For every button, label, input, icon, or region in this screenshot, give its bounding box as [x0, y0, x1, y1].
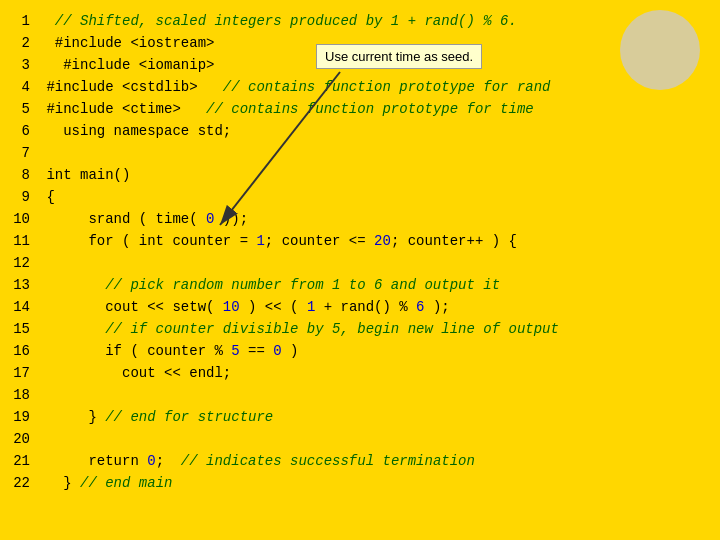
code-line-8: 8 int main(): [10, 164, 720, 186]
code-line-10: 10 srand ( time( 0 ));: [10, 208, 720, 230]
code-line-9: 9 {: [10, 186, 720, 208]
tooltip-box: Use current time as seed.: [316, 44, 482, 69]
line-content-6: using namespace std;: [38, 120, 231, 142]
line-num-20: 20: [10, 428, 38, 450]
line-content-17: cout << endl;: [38, 362, 231, 384]
line-num-19: 19: [10, 406, 38, 428]
code-line-11: 11 for ( int counter = 1; counter <= 20;…: [10, 230, 720, 252]
line-num-21: 21: [10, 450, 38, 472]
line-content-5: #include <ctime> // contains function pr…: [38, 98, 534, 120]
line-content-11: for ( int counter = 1; counter <= 20; co…: [38, 230, 517, 252]
line-content-13: // pick random number from 1 to 6 and ou…: [38, 274, 500, 296]
line-num-17: 17: [10, 362, 38, 384]
code-line-16: 16 if ( counter % 5 == 0 ): [10, 340, 720, 362]
line-num-10: 10: [10, 208, 38, 230]
decorative-circle: [620, 10, 700, 90]
line-content-4: #include <cstdlib> // contains function …: [38, 76, 551, 98]
code-line-13: 13 // pick random number from 1 to 6 and…: [10, 274, 720, 296]
line-content-19: } // end for structure: [38, 406, 273, 428]
line-content-21: return 0; // indicates successful termin…: [38, 450, 475, 472]
line-num-14: 14: [10, 296, 38, 318]
line-num-4: 4: [10, 76, 38, 98]
line-content-16: if ( counter % 5 == 0 ): [38, 340, 298, 362]
code-line-22: 22 } // end main: [10, 472, 720, 494]
tooltip-text: Use current time as seed.: [325, 49, 473, 64]
line-num-15: 15: [10, 318, 38, 340]
line-num-11: 11: [10, 230, 38, 252]
line-num-5: 5: [10, 98, 38, 120]
line-content-15: // if counter divisible by 5, begin new …: [38, 318, 559, 340]
line-num-9: 9: [10, 186, 38, 208]
line-content-22: } // end main: [38, 472, 172, 494]
code-line-15: 15 // if counter divisible by 5, begin n…: [10, 318, 720, 340]
code-line-12: 12: [10, 252, 720, 274]
line-content-8: int main(): [38, 164, 130, 186]
line-content-1: // Shifted, scaled integers produced by …: [38, 10, 517, 32]
line-num-12: 12: [10, 252, 38, 274]
line-content-3: #include <iomanip>: [38, 54, 214, 76]
line-content-14: cout << setw( 10 ) << ( 1 + rand() % 6 )…: [38, 296, 450, 318]
code-line-6: 6 using namespace std;: [10, 120, 720, 142]
line-num-2: 2: [10, 32, 38, 54]
line-num-6: 6: [10, 120, 38, 142]
line-num-7: 7: [10, 142, 38, 164]
code-line-19: 19 } // end for structure: [10, 406, 720, 428]
code-line-1: 1 // Shifted, scaled integers produced b…: [10, 10, 720, 32]
line-num-22: 22: [10, 472, 38, 494]
code-line-21: 21 return 0; // indicates successful ter…: [10, 450, 720, 472]
code-line-17: 17 cout << endl;: [10, 362, 720, 384]
code-line-7: 7: [10, 142, 720, 164]
code-line-20: 20: [10, 428, 720, 450]
line-content-10: srand ( time( 0 ));: [38, 208, 248, 230]
line-num-3: 3: [10, 54, 38, 76]
line-num-13: 13: [10, 274, 38, 296]
line-num-18: 18: [10, 384, 38, 406]
code-line-5: 5 #include <ctime> // contains function …: [10, 98, 720, 120]
line-num-16: 16: [10, 340, 38, 362]
line-num-8: 8: [10, 164, 38, 186]
code-line-18: 18: [10, 384, 720, 406]
line-num-1: 1: [10, 10, 38, 32]
code-line-14: 14 cout << setw( 10 ) << ( 1 + rand() % …: [10, 296, 720, 318]
code-area: 1 // Shifted, scaled integers produced b…: [0, 0, 720, 504]
line-content-9: {: [38, 186, 55, 208]
code-line-4: 4 #include <cstdlib> // contains functio…: [10, 76, 720, 98]
line-content-2: #include <iostream>: [38, 32, 214, 54]
